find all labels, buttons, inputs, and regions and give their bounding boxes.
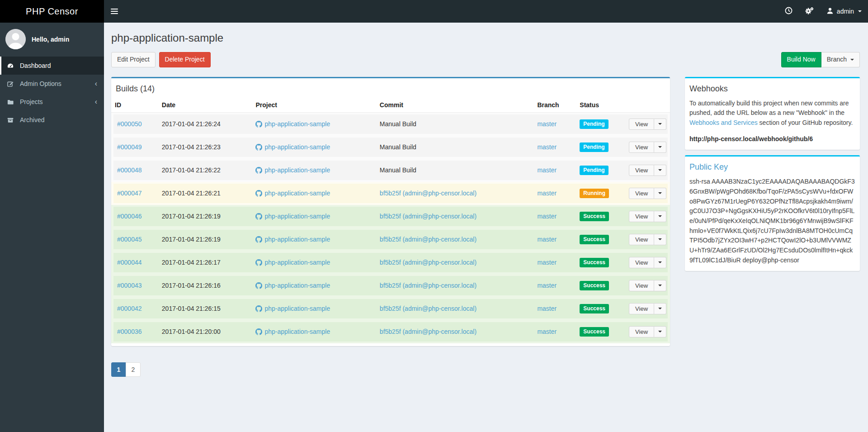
view-button[interactable]: View bbox=[629, 211, 654, 222]
build-actions-group: Build Now Branch bbox=[781, 52, 860, 67]
view-dropdown-toggle[interactable] bbox=[654, 280, 666, 291]
build-commit[interactable]: bf5b25f (admin@php-censor.local) bbox=[380, 236, 476, 243]
build-commit[interactable]: Manual Build bbox=[380, 120, 416, 128]
build-row: #000044 2017-01-04 21:26:17 php-applicat… bbox=[111, 251, 670, 274]
build-id-link[interactable]: #000047 bbox=[117, 190, 142, 197]
build-date: 2017-01-04 21:26:24 bbox=[162, 120, 221, 128]
view-button[interactable]: View bbox=[629, 142, 654, 153]
build-branch-link[interactable]: master bbox=[537, 166, 557, 174]
build-branch-link[interactable]: master bbox=[537, 120, 557, 128]
github-icon bbox=[255, 144, 262, 151]
project-link-label[interactable]: php-application-sample bbox=[264, 282, 330, 289]
build-commit[interactable]: bf5b25f (admin@php-censor.local) bbox=[380, 305, 476, 312]
edit-project-button[interactable]: Edit Project bbox=[111, 52, 156, 67]
build-id-link[interactable]: #000044 bbox=[117, 259, 142, 266]
webhooks-services-link[interactable]: Webhooks and Services bbox=[689, 119, 758, 126]
build-row: #000036 2017-01-04 21:20:00 php-applicat… bbox=[111, 320, 670, 343]
settings-button[interactable] bbox=[799, 0, 820, 23]
build-id-link[interactable]: #000045 bbox=[117, 236, 142, 243]
build-id-link[interactable]: #000043 bbox=[117, 282, 142, 289]
project-link-label[interactable]: php-application-sample bbox=[264, 305, 330, 312]
sidebar-item-archived[interactable]: Archived bbox=[0, 111, 104, 129]
caret-down-icon bbox=[658, 308, 662, 309]
user-panel: Hello, admin bbox=[0, 23, 104, 57]
project-link-label[interactable]: php-application-sample bbox=[264, 166, 330, 174]
view-button[interactable]: View bbox=[629, 188, 654, 199]
branch-dropdown-button[interactable]: Branch bbox=[821, 52, 860, 67]
view-button[interactable]: View bbox=[629, 257, 654, 268]
caret-down-icon bbox=[658, 285, 662, 286]
view-button[interactable]: View bbox=[629, 234, 654, 245]
build-date: 2017-01-04 21:26:17 bbox=[162, 259, 221, 266]
public-key-panel: Public Key ssh-rsa AAAAB3NzaC1yc2EAAAADA… bbox=[685, 155, 860, 271]
sidebar-toggle-button[interactable] bbox=[104, 0, 125, 23]
build-queue-button[interactable] bbox=[778, 0, 799, 23]
build-branch-link[interactable]: master bbox=[537, 259, 557, 266]
build-id-link[interactable]: #000036 bbox=[117, 328, 142, 335]
public-key-panel-title[interactable]: Public Key bbox=[689, 162, 728, 171]
view-dropdown-toggle[interactable] bbox=[654, 326, 666, 337]
builds-table: ID Date Project Commit Branch Status #00… bbox=[111, 98, 670, 343]
folder-icon bbox=[7, 99, 16, 105]
user-menu-button[interactable]: admin bbox=[820, 0, 868, 23]
project-link-label[interactable]: php-application-sample bbox=[264, 120, 330, 128]
project-link-label[interactable]: php-application-sample bbox=[264, 328, 330, 335]
sidebar-item-projects[interactable]: Projects ‹ bbox=[0, 93, 104, 111]
view-button[interactable]: View bbox=[629, 119, 654, 130]
build-id-link[interactable]: #000049 bbox=[117, 143, 142, 151]
build-row: #000046 2017-01-04 21:26:19 php-applicat… bbox=[111, 205, 670, 228]
build-commit[interactable]: bf5b25f (admin@php-censor.local) bbox=[380, 213, 476, 220]
view-dropdown-toggle[interactable] bbox=[654, 257, 666, 268]
app-window: PHP Censor bbox=[0, 0, 868, 432]
project-link-label[interactable]: php-application-sample bbox=[264, 143, 330, 151]
view-dropdown-toggle[interactable] bbox=[654, 165, 666, 176]
view-button[interactable]: View bbox=[629, 280, 654, 291]
build-id-link[interactable]: #000050 bbox=[117, 120, 142, 128]
build-commit[interactable]: Manual Build bbox=[380, 166, 416, 174]
project-link-label[interactable]: php-application-sample bbox=[264, 213, 330, 220]
status-badge: Success bbox=[580, 304, 609, 313]
project-link-label[interactable]: php-application-sample bbox=[264, 236, 330, 243]
view-button[interactable]: View bbox=[629, 326, 654, 337]
pagination-page-1[interactable]: 1 bbox=[111, 362, 126, 377]
sidebar-item-admin-options[interactable]: Admin Options ‹ bbox=[0, 75, 104, 93]
project-link-label[interactable]: php-application-sample bbox=[264, 190, 330, 197]
col-header-actions bbox=[625, 98, 670, 113]
view-dropdown-toggle[interactable] bbox=[654, 303, 666, 314]
project-link-label[interactable]: php-application-sample bbox=[264, 259, 330, 266]
build-commit[interactable]: bf5b25f (admin@php-censor.local) bbox=[380, 328, 476, 335]
build-branch-link[interactable]: master bbox=[537, 236, 557, 243]
sidebar-menu: Dashboard Admin Options ‹ Projects ‹ bbox=[0, 57, 104, 129]
view-dropdown-toggle[interactable] bbox=[654, 211, 666, 222]
pagination-page-2[interactable]: 2 bbox=[126, 362, 141, 377]
build-branch-link[interactable]: master bbox=[537, 305, 557, 312]
view-dropdown-toggle[interactable] bbox=[654, 188, 666, 199]
build-id-link[interactable]: #000048 bbox=[117, 166, 142, 174]
view-dropdown-toggle[interactable] bbox=[654, 142, 666, 153]
sidebar-item-dashboard[interactable]: Dashboard bbox=[0, 57, 104, 75]
view-button[interactable]: View bbox=[629, 165, 654, 176]
build-branch-link[interactable]: master bbox=[537, 213, 557, 220]
view-button[interactable]: View bbox=[629, 303, 654, 314]
build-branch-link[interactable]: master bbox=[537, 328, 557, 335]
delete-project-button[interactable]: Delete Project bbox=[159, 52, 211, 67]
view-dropdown-toggle[interactable] bbox=[654, 234, 666, 245]
app-logo-label: PHP Censor bbox=[26, 6, 78, 17]
build-commit[interactable]: bf5b25f (admin@php-censor.local) bbox=[380, 282, 476, 289]
build-id-link[interactable]: #000046 bbox=[117, 213, 142, 220]
view-dropdown-toggle[interactable] bbox=[654, 119, 666, 130]
build-commit[interactable]: bf5b25f (admin@php-censor.local) bbox=[380, 259, 476, 266]
build-now-button[interactable]: Build Now bbox=[781, 52, 821, 67]
app-logo[interactable]: PHP Censor bbox=[0, 0, 104, 23]
build-branch-link[interactable]: master bbox=[537, 143, 557, 151]
caret-down-icon bbox=[658, 331, 662, 332]
build-id-link[interactable]: #000042 bbox=[117, 305, 142, 312]
build-commit[interactable]: bf5b25f (admin@php-censor.local) bbox=[380, 190, 476, 197]
archive-box-icon bbox=[7, 117, 16, 123]
build-branch-link[interactable]: master bbox=[537, 282, 557, 289]
build-commit[interactable]: Manual Build bbox=[380, 143, 416, 151]
build-branch-link[interactable]: master bbox=[537, 190, 557, 197]
build-date: 2017-01-04 21:26:19 bbox=[162, 213, 221, 220]
col-header-date: Date bbox=[158, 98, 252, 113]
builds-panel: Builds (14) ID Date Project Commit bbox=[111, 77, 670, 346]
